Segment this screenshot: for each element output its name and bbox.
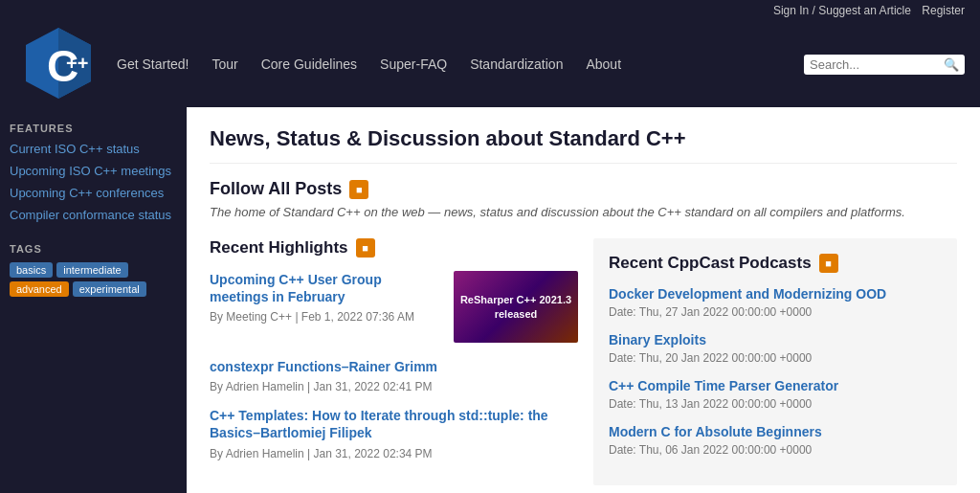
highlight-meta-0: By Meeting C++ | Feb 1, 2022 07:36 AM (210, 310, 414, 324)
search-wrapper: 🔍 (804, 55, 965, 75)
podcasts-column: Recent CppCast Podcasts ■ Docker Develop… (593, 238, 957, 485)
podcast-link-2[interactable]: C++ Compile Time Parser Generator (609, 378, 942, 393)
nav-core-guidelines[interactable]: Core Guidelines (261, 56, 357, 72)
features-title: FEATURES (10, 123, 177, 134)
highlight-link-2[interactable]: C++ Templates: How to Iterate through st… (210, 407, 578, 441)
tagline: The home of Standard C++ on the web — ne… (210, 205, 957, 219)
sidebar: FEATURES Current ISO C++ status Upcoming… (0, 107, 187, 493)
layout: FEATURES Current ISO C++ status Upcoming… (0, 107, 980, 493)
tag-intermediate[interactable]: intermediate (56, 262, 128, 278)
logo[interactable]: C ++ (15, 21, 101, 107)
tags-row: basics intermediate advanced experimenta… (10, 262, 177, 297)
tag-experimental[interactable]: experimental (73, 281, 146, 297)
nav-tour[interactable]: Tour (212, 56, 237, 72)
podcast-link-1[interactable]: Binary Exploits (609, 332, 942, 347)
highlight-item-2: C++ Templates: How to Iterate through st… (210, 407, 578, 459)
highlight-img-text-0: ReSharper C++ 2021.3 released (459, 293, 572, 321)
nav-super-faq[interactable]: Super-FAQ (380, 56, 447, 72)
signin-link[interactable]: Sign In / Suggest an Article (773, 4, 911, 17)
highlight-item-0: Upcoming C++ User Group meetings in Febr… (210, 271, 578, 343)
highlight-meta-1: By Adrien Hamelin | Jan 31, 2022 02:41 P… (210, 380, 433, 393)
header: C ++ Get Started! Tour Core Guidelines S… (0, 21, 980, 107)
sidebar-compiler-conformance[interactable]: Compiler conformance status (10, 208, 177, 224)
tag-basics[interactable]: basics (10, 262, 53, 278)
podcasts-title: Recent CppCast Podcasts (609, 254, 812, 273)
podcast-item-1: Binary Exploits Date: Thu, 20 Jan 2022 0… (609, 332, 942, 365)
register-link[interactable]: Register (922, 4, 965, 17)
content-columns: Recent Highlights ■ Upcoming C++ User Gr… (210, 238, 957, 485)
nav-get-started[interactable]: Get Started! (117, 56, 189, 72)
nav-about[interactable]: About (586, 56, 621, 72)
podcast-date-2: Date: Thu, 13 Jan 2022 00:00:00 +0000 (609, 397, 812, 411)
follow-rss-icon[interactable]: ■ (349, 180, 368, 199)
podcasts-rss-icon[interactable]: ■ (819, 254, 838, 273)
tag-advanced[interactable]: advanced (10, 281, 69, 297)
podcasts-header: Recent CppCast Podcasts ■ (609, 254, 942, 273)
sidebar-upcoming-meetings[interactable]: Upcoming ISO C++ meetings (10, 164, 177, 180)
tags-title: TAGS (10, 243, 177, 255)
sidebar-upcoming-conferences[interactable]: Upcoming C++ conferences (10, 186, 177, 202)
top-bar: Sign In / Suggest an Article Register (0, 0, 980, 21)
highlight-image-0: ReSharper C++ 2021.3 released (454, 271, 578, 343)
highlights-title: Recent Highlights (210, 238, 348, 258)
podcast-date-1: Date: Thu, 20 Jan 2022 00:00:00 +0000 (609, 351, 812, 365)
follow-label: Follow All Posts (210, 179, 342, 199)
main-nav: Get Started! Tour Core Guidelines Super-… (101, 56, 804, 72)
page-title: News, Status & Discussion about Standard… (210, 126, 957, 164)
highlights-header: Recent Highlights ■ (210, 238, 578, 258)
follow-row: Follow All Posts ■ (210, 179, 957, 199)
highlight-item-1: constexpr Functions–Rainer Grimm By Adri… (210, 358, 578, 393)
main-content: News, Status & Discussion about Standard… (187, 107, 980, 493)
highlights-column: Recent Highlights ■ Upcoming C++ User Gr… (210, 238, 578, 485)
podcast-item-2: C++ Compile Time Parser Generator Date: … (609, 378, 942, 411)
highlight-meta-2: By Adrien Hamelin | Jan 31, 2022 02:34 P… (210, 447, 433, 460)
search-input[interactable] (810, 57, 944, 72)
highlights-rss-icon[interactable]: ■ (356, 238, 375, 258)
highlight-link-1[interactable]: constexpr Functions–Rainer Grimm (210, 358, 578, 375)
highlight-text-0: Upcoming C++ User Group meetings in Febr… (210, 271, 442, 324)
search-button[interactable]: 🔍 (944, 57, 959, 72)
sidebar-current-iso[interactable]: Current ISO C++ status (10, 142, 177, 158)
podcast-link-0[interactable]: Docker Development and Modernizing OOD (609, 286, 942, 302)
podcast-date-3: Date: Thu, 06 Jan 2022 00:00:00 +0000 (609, 443, 812, 457)
podcast-date-0: Date: Thu, 27 Jan 2022 00:00:00 +0000 (609, 305, 812, 319)
podcast-link-3[interactable]: Modern C for Absolute Beginners (609, 424, 942, 439)
podcast-item-0: Docker Development and Modernizing OOD D… (609, 286, 942, 319)
highlight-link-0[interactable]: Upcoming C++ User Group meetings in Febr… (210, 271, 442, 305)
svg-text:++: ++ (66, 53, 88, 74)
podcast-item-3: Modern C for Absolute Beginners Date: Th… (609, 424, 942, 457)
nav-standardization[interactable]: Standardization (470, 56, 563, 72)
